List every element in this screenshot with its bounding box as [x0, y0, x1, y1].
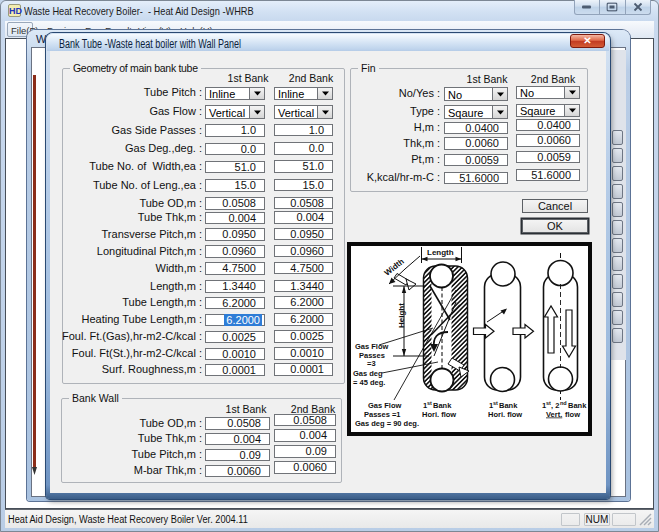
svg-text:, 2: , 2: [551, 401, 559, 410]
svg-text:st: st: [427, 400, 432, 406]
svg-text:Hori. flow: Hori. flow: [422, 410, 456, 419]
svg-text:Gas deg = 90 deg.: Gas deg = 90 deg.: [355, 419, 419, 428]
svg-text:Bank: Bank: [568, 401, 587, 410]
svg-text:flow: flow: [565, 410, 580, 419]
svg-text:=3: =3: [367, 359, 376, 368]
svg-text:Width: Width: [382, 257, 405, 278]
svg-text:nd: nd: [560, 400, 567, 406]
svg-text:Bank: Bank: [433, 401, 452, 410]
svg-text:Bank: Bank: [499, 401, 518, 410]
svg-text:= 45 deg.: = 45 deg.: [353, 378, 385, 387]
svg-text:Passes =1: Passes =1: [364, 410, 401, 419]
svg-text:Hori. flow: Hori. flow: [488, 410, 522, 419]
svg-text:Height: Height: [397, 303, 406, 328]
svg-text:Vert.: Vert.: [546, 410, 562, 419]
svg-text:Gas Flow: Gas Flow: [368, 401, 402, 410]
svg-text:Length: Length: [427, 248, 454, 257]
svg-text:st: st: [493, 400, 498, 406]
svg-text:Gas deg: Gas deg: [353, 369, 383, 378]
